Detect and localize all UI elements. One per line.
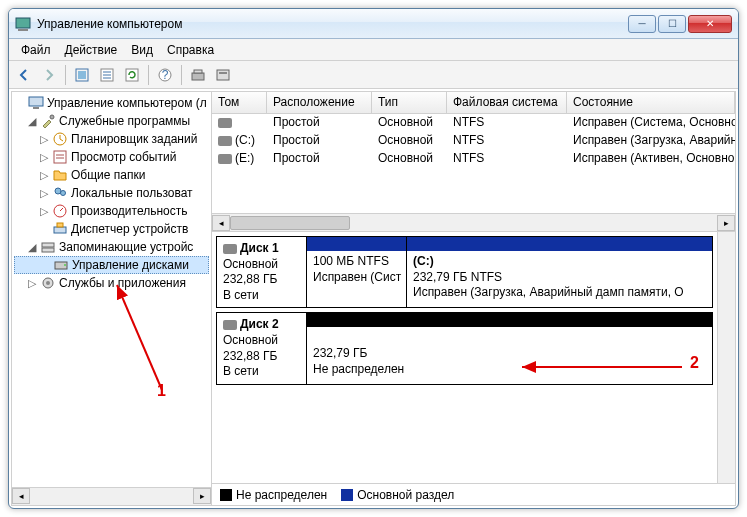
tree-devmgr[interactable]: Диспетчер устройств	[14, 220, 209, 238]
table-row[interactable]: (C:)ПростойОсновнойNTFSИсправен (Загрузк…	[212, 132, 735, 150]
scroll-thumb[interactable]	[230, 216, 350, 230]
menu-file[interactable]: Файл	[15, 41, 57, 59]
partition-unallocated[interactable]: 232,79 ГБ Не распределен	[307, 313, 712, 383]
volume-icon	[218, 154, 232, 164]
scroll-left-button[interactable]: ◂	[12, 488, 30, 504]
services-icon	[40, 275, 56, 291]
col-status[interactable]: Состояние	[567, 92, 735, 113]
partition[interactable]: 100 МБ NTFS Исправен (Сист	[307, 237, 407, 307]
tree-root[interactable]: Управление компьютером (л	[14, 94, 209, 112]
menu-help[interactable]: Справка	[161, 41, 220, 59]
col-volume[interactable]: Том	[212, 92, 267, 113]
col-fs[interactable]: Файловая система	[447, 92, 567, 113]
window-title: Управление компьютером	[37, 17, 628, 31]
grid-hscroll[interactable]: ◂ ▸	[212, 213, 735, 231]
tree-pane[interactable]: Управление компьютером (л ◢Служебные про…	[12, 92, 212, 505]
volume-icon	[218, 118, 232, 128]
refresh-button[interactable]	[121, 64, 143, 86]
col-layout[interactable]: Расположение	[267, 92, 372, 113]
maximize-button[interactable]: ☐	[658, 15, 686, 33]
event-icon	[52, 149, 68, 165]
tree-system-tools[interactable]: ◢Служебные программы	[14, 112, 209, 130]
svg-rect-28	[42, 248, 54, 252]
properties-button[interactable]	[96, 64, 118, 86]
table-row[interactable]: ПростойОсновнойNTFSИсправен (Система, Ос…	[212, 114, 735, 132]
toolbar: ?	[9, 61, 738, 89]
help-button[interactable]: ?	[154, 64, 176, 86]
svg-rect-0	[16, 18, 30, 28]
disk-label: Диск 1 Основной 232,88 ГБ В сети	[217, 237, 307, 307]
scroll-right-button[interactable]: ▸	[717, 215, 735, 231]
tree-hscroll[interactable]: ◂ ▸	[12, 487, 211, 505]
legend: Не распределен Основной раздел	[212, 483, 735, 505]
tree-services[interactable]: ▷Службы и приложения	[14, 274, 209, 292]
svg-rect-15	[29, 97, 43, 106]
disk-icon	[53, 257, 69, 273]
tree-perf[interactable]: ▷Производительность	[14, 202, 209, 220]
perf-icon	[52, 203, 68, 219]
annotation-label-1: 1	[157, 382, 166, 400]
computer-icon	[28, 95, 44, 111]
tree-scheduler[interactable]: ▷Планировщик заданий	[14, 130, 209, 148]
clock-icon	[52, 131, 68, 147]
svg-point-23	[61, 191, 66, 196]
svg-rect-16	[33, 107, 39, 109]
svg-text:?: ?	[162, 68, 169, 82]
app-window: Управление компьютером ─ ☐ ✕ Файл Действ…	[8, 8, 739, 509]
annotation-arrow-1	[112, 280, 192, 400]
svg-rect-1	[18, 29, 28, 31]
tools-icon	[40, 113, 56, 129]
scroll-right-button[interactable]: ▸	[193, 488, 211, 504]
scroll-left-button[interactable]: ◂	[212, 215, 230, 231]
titlebar[interactable]: Управление компьютером ─ ☐ ✕	[9, 9, 738, 39]
svg-rect-13	[217, 70, 229, 80]
volume-list[interactable]: Том Расположение Тип Файловая система Со…	[212, 92, 735, 232]
svg-point-32	[46, 281, 50, 285]
folder-icon	[52, 167, 68, 183]
tree-users[interactable]: ▷Локальные пользоват	[14, 184, 209, 202]
menu-action[interactable]: Действие	[59, 41, 124, 59]
device-icon	[52, 221, 68, 237]
up-button[interactable]	[71, 64, 93, 86]
users-icon	[52, 185, 68, 201]
menubar: Файл Действие Вид Справка	[9, 39, 738, 61]
action2-button[interactable]	[212, 64, 234, 86]
svg-rect-25	[54, 227, 66, 233]
svg-rect-27	[42, 243, 54, 247]
grid-header: Том Расположение Тип Файловая система Со…	[212, 92, 735, 114]
tree-shared[interactable]: ▷Общие папки	[14, 166, 209, 184]
close-button[interactable]: ✕	[688, 15, 732, 33]
svg-rect-8	[126, 69, 138, 81]
disks-vscroll[interactable]	[717, 232, 735, 483]
disk-label: Диск 2 Основной 232,88 ГБ В сети	[217, 313, 307, 383]
disk-icon	[223, 320, 237, 330]
disk-map[interactable]: Диск 1 Основной 232,88 ГБ В сети 100 МБ …	[212, 232, 735, 483]
disk-row-2[interactable]: Диск 2 Основной 232,88 ГБ В сети 232,79 …	[216, 312, 713, 384]
tree-storage[interactable]: ◢Запоминающие устройс	[14, 238, 209, 256]
minimize-button[interactable]: ─	[628, 15, 656, 33]
volume-icon	[218, 136, 232, 146]
legend-swatch-unalloc	[220, 489, 232, 501]
back-button[interactable]	[13, 64, 35, 86]
annotation-label-2: 2	[690, 354, 699, 372]
disk-icon	[223, 244, 237, 254]
legend-swatch-primary	[341, 489, 353, 501]
app-icon	[15, 16, 31, 32]
partition[interactable]: (C:) 232,79 ГБ NTFS Исправен (Загрузка, …	[407, 237, 712, 307]
svg-line-33	[117, 285, 162, 390]
tree-diskmgmt[interactable]: Управление дисками	[14, 256, 209, 274]
svg-rect-11	[192, 73, 204, 80]
svg-rect-3	[78, 71, 86, 79]
table-row[interactable]: (E:)ПростойОсновнойNTFSИсправен (Активен…	[212, 150, 735, 168]
svg-point-30	[64, 264, 66, 266]
tree-event-viewer[interactable]: ▷Просмотр событий	[14, 148, 209, 166]
menu-view[interactable]: Вид	[125, 41, 159, 59]
svg-rect-19	[54, 151, 66, 163]
storage-icon	[40, 239, 56, 255]
svg-rect-14	[219, 72, 227, 74]
svg-rect-26	[57, 223, 63, 227]
action1-button[interactable]	[187, 64, 209, 86]
disk-row-1[interactable]: Диск 1 Основной 232,88 ГБ В сети 100 МБ …	[216, 236, 713, 308]
forward-button[interactable]	[38, 64, 60, 86]
col-type[interactable]: Тип	[372, 92, 447, 113]
